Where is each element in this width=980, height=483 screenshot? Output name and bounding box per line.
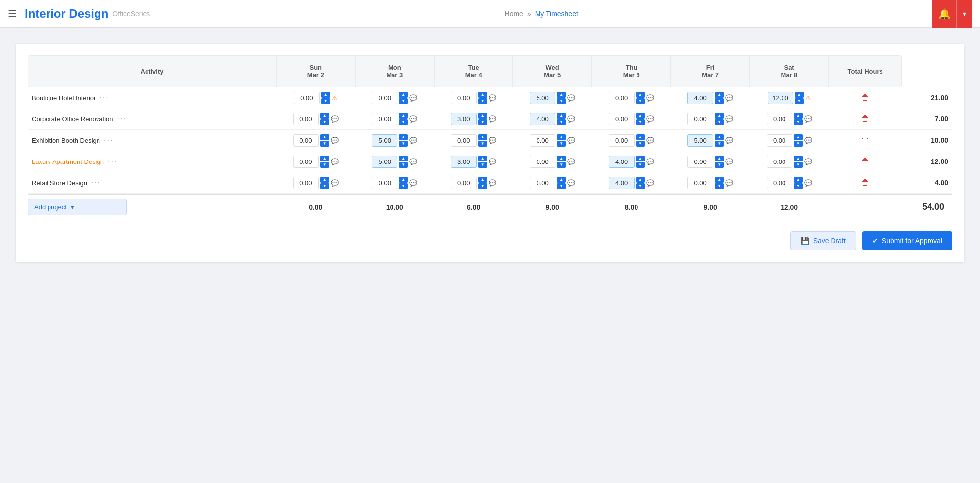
row-menu-button[interactable]: ··· (99, 93, 109, 102)
fri-time-input[interactable] (687, 177, 713, 189)
add-project-button[interactable]: Add project ▾ (28, 199, 127, 215)
sat-time-input[interactable] (767, 177, 792, 189)
sat-time-input[interactable] (767, 134, 792, 147)
mon-time-input[interactable] (372, 156, 397, 168)
comment-icon[interactable]: 💬 (489, 115, 496, 123)
wed-up-button[interactable]: ▲ (557, 134, 566, 140)
tue-up-button[interactable]: ▲ (478, 92, 487, 98)
sun-up-button[interactable]: ▲ (320, 156, 329, 161)
tue-up-button[interactable]: ▲ (478, 156, 487, 161)
tue-down-button[interactable]: ▼ (478, 141, 487, 147)
sat-up-button[interactable]: ▲ (794, 177, 803, 183)
tue-time-input[interactable] (451, 156, 477, 168)
tue-up-button[interactable]: ▲ (478, 177, 487, 183)
sun-up-button[interactable]: ▲ (320, 134, 329, 140)
comment-icon[interactable]: 💬 (804, 158, 812, 165)
user-dropdown[interactable]: ▾ (956, 0, 972, 28)
sat-down-button[interactable]: ▼ (794, 162, 803, 168)
delete-row-button[interactable]: 🗑 (861, 178, 869, 187)
comment-icon[interactable]: 💬 (646, 158, 654, 165)
tue-down-button[interactable]: ▼ (478, 119, 487, 125)
comment-icon[interactable]: 💬 (331, 115, 339, 123)
sat-down-button[interactable]: ▼ (794, 119, 803, 125)
sat-down-button[interactable]: ▼ (794, 183, 803, 189)
tue-down-button[interactable]: ▼ (478, 183, 487, 189)
fri-time-input[interactable] (687, 92, 713, 104)
row-menu-button[interactable]: ··· (117, 114, 127, 123)
sun-time-input[interactable] (293, 156, 319, 168)
sat-time-input[interactable] (767, 156, 792, 168)
comment-icon[interactable]: 💬 (331, 137, 339, 144)
sat-time-input[interactable] (768, 92, 793, 104)
thu-down-button[interactable]: ▼ (636, 119, 645, 125)
sat-time-input[interactable] (767, 113, 792, 125)
fri-up-button[interactable]: ▲ (715, 92, 724, 98)
comment-icon[interactable]: 💬 (804, 137, 812, 144)
comment-icon[interactable]: 💬 (804, 179, 812, 187)
wed-up-button[interactable]: ▲ (557, 92, 566, 98)
delete-row-button[interactable]: 🗑 (861, 93, 869, 102)
mon-time-input[interactable] (372, 134, 397, 147)
wed-time-input[interactable] (530, 92, 555, 104)
sun-up-button[interactable]: ▲ (320, 177, 329, 183)
row-menu-button[interactable]: ··· (104, 136, 113, 145)
wed-down-button[interactable]: ▼ (557, 119, 566, 125)
row-menu-button[interactable]: ··· (108, 157, 117, 166)
fri-time-input[interactable] (687, 156, 713, 168)
thu-time-input[interactable] (609, 134, 635, 147)
wed-down-button[interactable]: ▼ (557, 162, 566, 168)
mon-time-input[interactable] (372, 113, 397, 125)
comment-icon[interactable]: 💬 (409, 158, 417, 165)
wed-down-button[interactable]: ▼ (557, 183, 566, 189)
fri-up-button[interactable]: ▲ (715, 113, 724, 119)
submit-button[interactable]: ✔ Submit for Approval (862, 231, 952, 250)
sat-up-button[interactable]: ▲ (794, 156, 803, 161)
mon-time-input[interactable] (372, 177, 397, 189)
fri-down-button[interactable]: ▼ (715, 98, 724, 104)
comment-icon[interactable]: 💬 (646, 179, 654, 187)
comment-icon[interactable]: 💬 (489, 179, 496, 187)
comment-icon[interactable]: 💬 (489, 137, 496, 144)
sun-time-input[interactable] (294, 92, 320, 104)
thu-time-input[interactable] (609, 177, 635, 189)
mon-time-input[interactable] (372, 92, 397, 104)
wed-time-input[interactable] (530, 134, 555, 147)
sun-down-button[interactable]: ▼ (320, 162, 329, 168)
wed-up-button[interactable]: ▲ (557, 113, 566, 119)
thu-up-button[interactable]: ▲ (636, 134, 645, 140)
mon-up-button[interactable]: ▲ (399, 156, 408, 161)
mon-down-button[interactable]: ▼ (399, 141, 408, 147)
sat-up-button[interactable]: ▲ (794, 134, 803, 140)
comment-icon[interactable]: 💬 (567, 115, 575, 123)
wed-down-button[interactable]: ▼ (557, 141, 566, 147)
mon-up-button[interactable]: ▲ (399, 92, 408, 98)
thu-time-input[interactable] (609, 156, 635, 168)
sun-time-input[interactable] (293, 177, 319, 189)
mon-up-button[interactable]: ▲ (399, 113, 408, 119)
comment-icon[interactable]: 💬 (331, 179, 339, 187)
thu-down-button[interactable]: ▼ (636, 183, 645, 189)
tue-time-input[interactable] (451, 177, 477, 189)
fri-up-button[interactable]: ▲ (715, 156, 724, 161)
fri-time-input[interactable] (687, 134, 713, 147)
comment-icon[interactable]: 💬 (725, 179, 733, 187)
sun-up-button[interactable]: ▲ (321, 92, 330, 98)
delete-row-button[interactable]: 🗑 (861, 114, 869, 123)
sun-time-input[interactable] (293, 134, 319, 147)
comment-icon[interactable]: 💬 (646, 137, 654, 144)
comment-icon[interactable]: 💬 (489, 158, 496, 165)
tue-time-input[interactable] (451, 113, 477, 125)
delete-row-button[interactable]: 🗑 (861, 157, 869, 165)
mon-down-button[interactable]: ▼ (399, 98, 408, 104)
sat-up-button[interactable]: ▲ (794, 113, 803, 119)
comment-icon[interactable]: 💬 (646, 115, 654, 123)
mon-down-button[interactable]: ▼ (399, 119, 408, 125)
thu-up-button[interactable]: ▲ (636, 92, 645, 98)
sun-down-button[interactable]: ▼ (320, 119, 329, 125)
thu-up-button[interactable]: ▲ (636, 156, 645, 161)
fri-down-button[interactable]: ▼ (715, 141, 724, 147)
thu-up-button[interactable]: ▲ (636, 113, 645, 119)
comment-icon[interactable]: 💬 (646, 94, 654, 102)
warning-icon[interactable]: ⚠ (805, 94, 811, 102)
comment-icon[interactable]: 💬 (409, 94, 417, 102)
